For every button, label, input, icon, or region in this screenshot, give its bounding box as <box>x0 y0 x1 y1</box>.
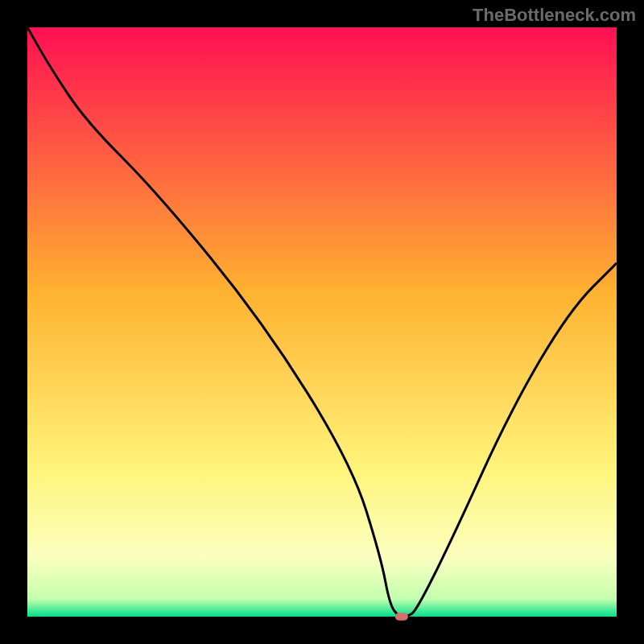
optimal-marker <box>395 613 408 621</box>
plot-background <box>27 27 617 617</box>
watermark: TheBottleneck.com <box>473 5 636 25</box>
bottleneck-chart: TheBottleneck.com <box>0 0 644 644</box>
